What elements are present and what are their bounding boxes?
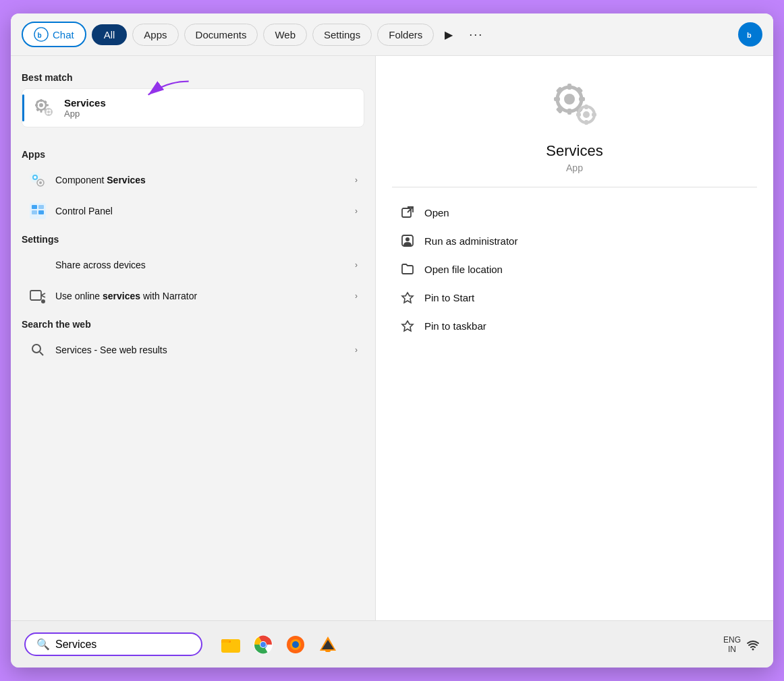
control-panel-icon (28, 202, 47, 220)
system-tray: ENG IN (723, 635, 760, 654)
divider (392, 187, 757, 187)
taskbar-search-wrap[interactable]: 🔍 (24, 632, 202, 656)
run-as-admin-label: Run as administrator (424, 235, 517, 247)
svg-rect-16 (48, 108, 50, 110)
apps-section-label: Apps (22, 149, 364, 160)
svg-rect-43 (555, 86, 563, 94)
svg-rect-28 (38, 205, 44, 209)
svg-rect-50 (584, 120, 588, 125)
svg-point-15 (47, 111, 50, 113)
chrome-icon[interactable] (248, 630, 278, 659)
open-icon (400, 205, 415, 220)
svg-line-36 (40, 352, 43, 355)
svg-rect-46 (576, 86, 583, 94)
web-search-item[interactable]: Services - See web results › (22, 335, 364, 365)
chat-label: Chat (53, 29, 74, 40)
search-filter-bar: b Chat All Apps Documents Web Settings F… (11, 13, 773, 56)
left-results-panel: Best match (11, 56, 375, 620)
svg-point-25 (39, 181, 42, 184)
right-detail-panel: Services App Open (375, 56, 773, 620)
pin-start-icon (400, 290, 415, 305)
svg-rect-51 (576, 113, 581, 117)
filter-documents-button[interactable]: Documents (184, 24, 258, 46)
svg-rect-42 (579, 97, 585, 101)
vlc-icon[interactable] (313, 630, 343, 659)
svg-line-33 (41, 295, 45, 297)
svg-rect-7 (40, 110, 43, 113)
narrator-services-item[interactable]: Use online services with Narrator › (22, 281, 364, 311)
component-services-item[interactable]: Component Services › (22, 165, 364, 195)
folder-icon (400, 262, 415, 276)
svg-rect-41 (554, 97, 560, 101)
svg-rect-19 (51, 111, 53, 113)
action-list: Open Run as administrator (392, 198, 757, 340)
open-action[interactable]: Open (392, 198, 757, 227)
svg-rect-52 (592, 113, 596, 117)
arrow-annotation (117, 77, 198, 104)
more-button[interactable]: ··· (464, 24, 488, 46)
bing-chat-icon: b (34, 27, 49, 42)
svg-rect-9 (46, 105, 49, 107)
admin-icon (400, 233, 415, 248)
web-section-label: Search the web (22, 319, 364, 330)
pin-to-taskbar-action[interactable]: Pin to taskbar (392, 312, 757, 340)
svg-point-63 (260, 642, 266, 647)
share-icon (28, 256, 47, 274)
app-detail-title: Services (546, 142, 603, 160)
services-icon (32, 96, 56, 120)
svg-point-23 (34, 176, 36, 179)
open-file-location-action[interactable]: Open file location (392, 255, 757, 283)
pin-to-start-action[interactable]: Pin to Start (392, 283, 757, 312)
svg-rect-30 (38, 210, 44, 214)
svg-point-38 (564, 94, 575, 105)
file-explorer-icon[interactable] (216, 630, 246, 659)
filter-web-button[interactable]: Web (263, 24, 307, 46)
firefox-icon[interactable] (281, 630, 310, 659)
narrator-icon (28, 287, 47, 305)
share-across-label: Share across devices (55, 260, 355, 270)
filter-settings-button[interactable]: Settings (312, 24, 372, 46)
play-button[interactable]: ▶ (439, 24, 458, 45)
main-content: Best match (11, 56, 773, 620)
svg-point-35 (32, 345, 40, 353)
purple-arrow-icon (117, 77, 198, 104)
bing-circle-button[interactable]: b (738, 22, 762, 47)
open-file-location-label: Open file location (424, 264, 503, 275)
svg-rect-40 (567, 109, 571, 115)
pin-taskbar-icon (400, 318, 415, 333)
all-button[interactable]: All (92, 24, 128, 45)
taskbar-search-icon: 🔍 (36, 638, 50, 651)
svg-rect-39 (567, 84, 571, 90)
svg-point-56 (405, 237, 410, 241)
best-match-title: Services (64, 97, 106, 109)
settings-section-label: Settings (22, 234, 364, 245)
wifi-icon (746, 638, 760, 651)
svg-rect-8 (35, 105, 38, 107)
web-search-icon (28, 340, 47, 359)
pin-to-start-label: Pin to Start (424, 292, 474, 303)
best-match-item[interactable]: Services App (22, 88, 364, 127)
control-panel-item[interactable]: Control Panel › (22, 196, 364, 226)
svg-rect-59 (221, 639, 229, 643)
filter-folders-button[interactable]: Folders (377, 24, 434, 46)
svg-rect-29 (32, 210, 37, 214)
taskbar-search-input[interactable] (55, 639, 190, 651)
svg-point-66 (292, 641, 299, 648)
pin-to-taskbar-label: Pin to taskbar (424, 320, 486, 332)
chat-button[interactable]: b Chat (22, 22, 86, 47)
component-services-icon (28, 171, 47, 189)
tray-locale: IN (728, 645, 736, 654)
bing-logo-icon: b (743, 27, 758, 42)
svg-point-5 (39, 103, 43, 107)
svg-point-70 (752, 648, 754, 650)
run-as-admin-action[interactable]: Run as administrator (392, 227, 757, 255)
filter-apps-button[interactable]: Apps (132, 24, 178, 46)
share-across-devices-item[interactable]: Share across devices › (22, 250, 364, 280)
svg-rect-49 (584, 105, 588, 109)
svg-rect-69 (325, 649, 331, 652)
svg-rect-17 (48, 114, 50, 116)
open-label: Open (424, 207, 449, 218)
svg-rect-31 (30, 291, 41, 300)
web-result-label: Services - See web results (55, 345, 355, 355)
best-match-subtitle: App (64, 109, 106, 119)
